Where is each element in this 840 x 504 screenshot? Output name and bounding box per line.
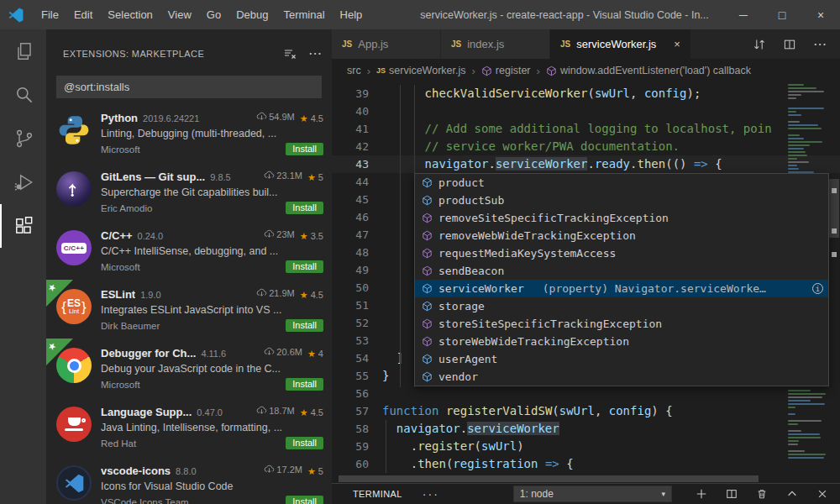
extension-name: vscode-icons	[101, 465, 171, 477]
vertical-scrollbar[interactable]	[828, 82, 840, 475]
install-button[interactable]: Install	[286, 202, 323, 214]
suggestion-item[interactable]: removeSiteSpecificTrackingException	[415, 209, 828, 227]
install-button[interactable]: Install	[286, 437, 323, 449]
code-line-text: checkValidServiceWorker(swUrl, config);	[382, 85, 701, 102]
activity-source-control-icon[interactable]	[0, 117, 46, 160]
horizontal-scrollbar-thumb[interactable]	[339, 475, 759, 482]
property-symbol-icon	[422, 283, 433, 294]
suggestion-item[interactable]: serviceWorker(property) Navigator.servic…	[415, 280, 828, 297]
suggestion-item[interactable]: storeWebWideTrackingException	[415, 333, 828, 350]
rating: ★ 4.5	[300, 113, 323, 124]
menu-view[interactable]: View	[160, 8, 199, 21]
terminal-more-icon[interactable]: ···	[423, 487, 439, 501]
install-button[interactable]: Install	[286, 496, 323, 504]
menu-selection[interactable]: Selection	[100, 8, 160, 21]
suggestion-item[interactable]: requestMediaKeySystemAccess	[415, 244, 828, 262]
tab-App.js[interactable]: JSApp.js	[332, 29, 441, 59]
breadcrumb-item[interactable]: JSserviceWorker.js	[376, 65, 465, 76]
open-changes-icon[interactable]	[753, 38, 766, 51]
install-button[interactable]: Install	[286, 319, 323, 332]
extension-footer-row: MicrosoftInstall	[101, 378, 323, 391]
menu-debug[interactable]: Debug	[228, 8, 276, 21]
extensions-search-input[interactable]	[56, 76, 322, 98]
code-line: 58 navigator.serviceWorker	[332, 420, 840, 438]
suggestion-item[interactable]: userAgent	[415, 350, 828, 368]
suggestion-item[interactable]: removeWebWideTrackingException	[415, 227, 828, 244]
install-button[interactable]: Install	[286, 260, 323, 273]
extension-publisher: VSCode Icons Team	[101, 497, 286, 504]
menu-help[interactable]: Help	[333, 8, 370, 21]
new-terminal-icon[interactable]	[696, 488, 707, 500]
maximize-panel-icon[interactable]	[786, 488, 798, 500]
extension-item[interactable]: C/C++C/C++0.24.023M★ 3.5C/C++ IntelliSen…	[46, 221, 332, 280]
suggestion-item[interactable]: storage	[415, 297, 828, 315]
tab-serviceWorker.js[interactable]: JSserviceWorker.js×	[550, 29, 691, 59]
extension-item[interactable]: Python2019.6.2422154.9M★ 4.5Linting, Deb…	[46, 103, 332, 162]
breadcrumb: src›JSserviceWorker.js›register›window.a…	[332, 59, 840, 82]
extension-footer-row: Dirk BaeumerInstall	[101, 319, 323, 332]
code-line: 42 // service worker/PWA documentation.	[332, 138, 840, 155]
property-symbol-icon	[422, 301, 433, 312]
extension-footer-row: Eric AmodioInstall	[101, 202, 323, 214]
breadcrumb-item[interactable]: register	[481, 65, 531, 76]
code-editor[interactable]: 39 checkValidServiceWorker(swUrl, config…	[332, 82, 840, 483]
activity-debug-icon[interactable]	[0, 160, 46, 204]
extension-item[interactable]: vscode-icons8.8.017.2M★ 5Icons for Visua…	[46, 456, 332, 504]
line-number: 57	[332, 402, 382, 420]
close-panel-icon[interactable]	[816, 488, 828, 500]
suggestion-label: storeSiteSpecificTrackingException	[438, 318, 662, 330]
minimize-window-icon[interactable]: ─	[724, 0, 763, 29]
kill-terminal-icon[interactable]	[756, 488, 768, 500]
suggestion-item[interactable]: vendor	[415, 368, 828, 386]
extension-item[interactable]: ★Debugger for Ch...4.11.620.6M★ 4Debug y…	[46, 339, 332, 397]
suggestion-item[interactable]: product	[415, 174, 828, 192]
activity-explorer-icon[interactable]	[0, 29, 46, 73]
activity-extensions-icon[interactable]	[0, 204, 46, 248]
terminal-tab[interactable]: TERMINAL	[353, 489, 402, 499]
extension-item[interactable]: GitLens — Git sup...9.8.523.1M★ 5Superch…	[46, 162, 332, 221]
extension-description: Integrates ESLint JavaScript into VS ...	[101, 304, 323, 316]
menu-go[interactable]: Go	[199, 8, 228, 21]
close-tab-icon[interactable]: ×	[674, 38, 680, 50]
suggestion-item[interactable]: sendBeacon	[415, 262, 828, 280]
extension-item[interactable]: Language Supp...0.47.018.7M★ 4.5Java Lin…	[46, 397, 332, 456]
horizontal-scrollbar[interactable]	[332, 475, 785, 483]
breadcrumb-item[interactable]: src	[347, 65, 361, 76]
suggestion-item[interactable]: productSub	[415, 192, 828, 209]
tab-index.js[interactable]: JSindex.js	[441, 29, 550, 59]
extension-item[interactable]: ★{ESLint}ESLint1.9.021.9M★ 4.5Integrates…	[46, 280, 332, 339]
install-button[interactable]: Install	[286, 378, 323, 391]
extension-name: Debugger for Ch...	[101, 347, 196, 360]
extension-description: C/C++ IntelliSense, debugging, and ...	[101, 245, 323, 257]
split-terminal-icon[interactable]	[726, 488, 738, 500]
breadcrumb-separator: ›	[537, 65, 540, 77]
menu-terminal[interactable]: Terminal	[276, 8, 332, 21]
method-symbol-icon	[422, 336, 433, 347]
menu-file[interactable]: File	[34, 8, 66, 21]
menu-edit[interactable]: Edit	[66, 8, 100, 21]
info-icon[interactable]: i	[812, 283, 823, 294]
maximize-window-icon[interactable]: □	[763, 0, 801, 29]
more-actions-icon[interactable]: ⋯	[308, 45, 322, 61]
vscode-window: FileEditSelectionViewGoDebugTerminalHelp…	[0, 0, 840, 504]
split-editor-icon[interactable]	[783, 38, 796, 51]
property-symbol-icon	[422, 195, 433, 206]
extension-details: Language Supp...0.47.018.7M★ 4.5Java Lin…	[101, 405, 323, 456]
line-number: 54	[332, 349, 382, 367]
extension-footer-row: MicrosoftInstall	[101, 143, 323, 155]
tab-label: serviceWorker.js	[576, 38, 656, 50]
clear-filter-icon[interactable]	[283, 47, 297, 60]
close-window-icon[interactable]: ×	[801, 0, 840, 29]
suggestion-label: storage	[438, 300, 485, 312]
editor-more-icon[interactable]: ⋯	[813, 36, 827, 52]
line-number: 43	[332, 155, 382, 173]
suggestion-label: vendor	[438, 370, 478, 383]
terminal-picker-dropdown[interactable]: 1: node ▾	[513, 486, 672, 502]
breadcrumb-item[interactable]: window.addEventListener('load') callback	[546, 65, 751, 76]
install-count: 54.9M	[256, 111, 295, 122]
rating: ★ 5	[307, 466, 323, 477]
install-button[interactable]: Install	[286, 143, 323, 155]
activity-search-icon[interactable]	[0, 73, 46, 117]
code-line: 57function registerValidSW(swUrl, config…	[332, 402, 840, 420]
suggestion-item[interactable]: storeSiteSpecificTrackingException	[415, 315, 828, 333]
